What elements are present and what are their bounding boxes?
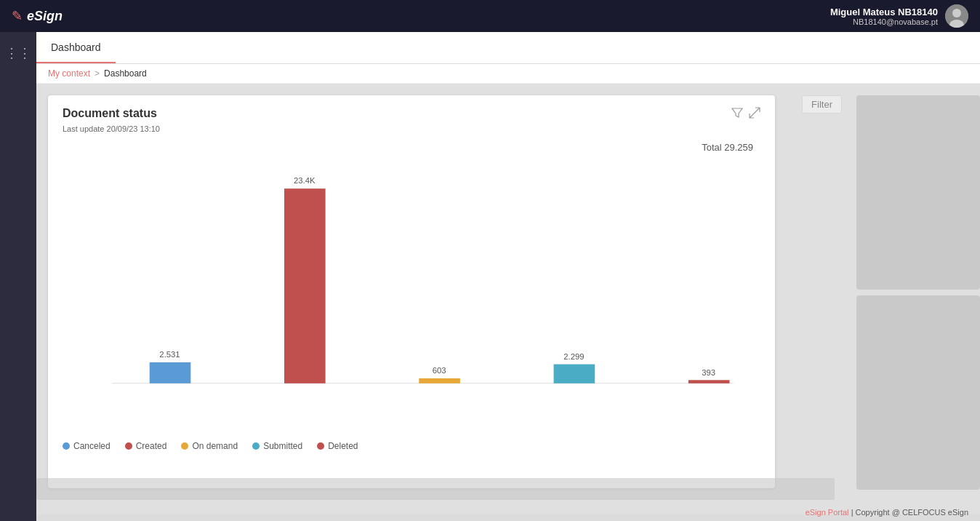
page-content: Filter Document status	[36, 84, 980, 514]
legend-item-submitted: Submitted	[252, 441, 302, 451]
bar-submitted	[554, 365, 595, 383]
logo: ✎ eSign	[12, 8, 63, 24]
footer-bar: eSign Portal | Copyright @ CELFOCUS eSig…	[36, 504, 980, 521]
legend-label-canceled: Canceled	[73, 441, 111, 451]
tab-dashboard[interactable]: Dashboard	[36, 32, 116, 63]
breadcrumb-separator: >	[95, 68, 100, 79]
legend-dot-on-demand	[181, 442, 188, 450]
logo-text: eSign	[27, 9, 63, 24]
bottom-blur-row	[36, 478, 835, 500]
bar-deleted	[688, 380, 730, 383]
svg-text:2.531: 2.531	[159, 350, 180, 359]
breadcrumb: My context > Dashboard	[36, 64, 980, 84]
total-label: Total 29.259	[63, 142, 760, 153]
svg-point-1	[952, 9, 961, 17]
right-cards	[856, 95, 980, 490]
avatar[interactable]	[945, 4, 968, 28]
breadcrumb-context[interactable]: My context	[48, 68, 90, 79]
card-header: Document status	[63, 107, 760, 122]
legend-label-created: Created	[136, 441, 167, 451]
footer-copyright: | Copyright @ CELFOCUS eSign	[851, 508, 968, 517]
content-area: Dashboard My context > Dashboard Filter	[36, 32, 980, 521]
legend-label-on-demand: On demand	[192, 441, 238, 451]
nav-bar: Dashboard	[36, 32, 980, 64]
bar-created	[284, 188, 326, 383]
main-layout: ⋮⋮ Dashboard My context > Dashboard Filt…	[0, 32, 980, 521]
bar-on-demand	[419, 378, 460, 383]
right-card-2	[856, 295, 980, 490]
card-actions	[731, 107, 760, 122]
header-bar: ✎ eSign Miguel Mateus NB18140 NB18140@no…	[0, 0, 980, 32]
svg-text:393: 393	[702, 368, 715, 377]
top-right-controls: Filter	[802, 95, 842, 114]
svg-text:603: 603	[433, 366, 446, 375]
legend-label-deleted: Deleted	[328, 441, 358, 451]
legend-label-submitted: Submitted	[263, 441, 302, 451]
breadcrumb-current: Dashboard	[104, 68, 147, 79]
legend-dot-deleted	[317, 442, 324, 450]
footer-link[interactable]: eSign Portal	[806, 508, 849, 517]
legend-item-created: Created	[125, 441, 167, 451]
user-info: Miguel Mateus NB18140 NB18140@novabase.p…	[830, 7, 938, 26]
logo-icon: ✎	[12, 8, 23, 24]
bar-canceled	[150, 362, 191, 383]
sidebar-grid-icon[interactable]: ⋮⋮	[0, 39, 37, 67]
legend-item-deleted: Deleted	[317, 441, 358, 451]
expand-icon[interactable]	[749, 107, 760, 122]
user-email: NB18140@novabase.pt	[830, 17, 938, 26]
chart-container: 2.531 23.4K 603 2.299 393	[63, 159, 760, 435]
legend-dot-submitted	[252, 442, 260, 450]
filter-button[interactable]: Filter	[802, 95, 842, 114]
filter-icon[interactable]	[731, 107, 743, 122]
bar-chart-svg: 2.531 23.4K 603 2.299 393	[63, 159, 760, 413]
legend-dot-canceled	[63, 442, 70, 450]
card-title: Document status	[63, 107, 157, 120]
user-name: Miguel Mateus NB18140	[830, 7, 938, 17]
card-subtitle: Last update 20/09/23 13:10	[63, 124, 760, 133]
legend-item-canceled: Canceled	[63, 441, 111, 451]
svg-text:23.4K: 23.4K	[294, 176, 316, 185]
sidebar: ⋮⋮	[0, 32, 36, 521]
svg-text:2.299: 2.299	[563, 352, 584, 361]
legend-item-on-demand: On demand	[181, 441, 238, 451]
chart-legend: Canceled Created On demand Submitted	[63, 441, 760, 451]
user-profile[interactable]: Miguel Mateus NB18140 NB18140@novabase.p…	[830, 4, 968, 28]
legend-dot-created	[125, 442, 132, 450]
document-status-card: Document status	[48, 95, 775, 488]
right-card-1	[856, 95, 980, 290]
